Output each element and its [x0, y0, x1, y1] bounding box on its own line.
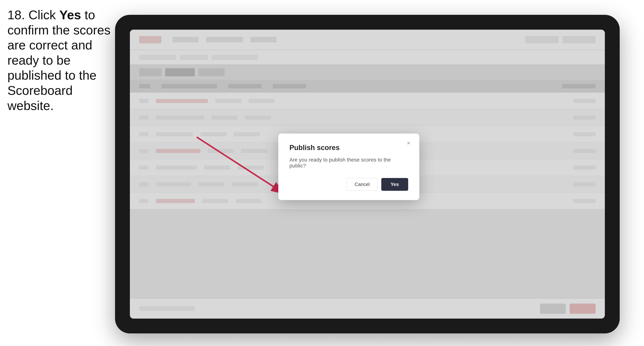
tablet-screen: × Publish scores Are you ready to publis…: [130, 30, 605, 319]
dialog-title: Publish scores: [290, 144, 408, 152]
cancel-button[interactable]: Cancel: [346, 178, 378, 191]
instruction-prefix: Click: [28, 8, 59, 22]
yes-button[interactable]: Yes: [381, 178, 408, 191]
bold-yes: Yes: [59, 8, 81, 22]
modal-overlay: × Publish scores Are you ready to publis…: [130, 30, 605, 319]
instruction-text: 18. Click Yes to confirm the scores are …: [8, 7, 111, 113]
step-number: 18.: [8, 8, 25, 22]
dialog-message: Are you ready to publish these scores to…: [290, 157, 408, 169]
tablet-device: × Publish scores Are you ready to publis…: [115, 15, 620, 334]
dialog-close-button[interactable]: ×: [404, 139, 413, 147]
publish-scores-dialog: × Publish scores Are you ready to publis…: [278, 134, 419, 200]
instruction-suffix: to confirm the scores are correct and re…: [8, 8, 110, 113]
dialog-actions: Cancel Yes: [290, 178, 408, 191]
